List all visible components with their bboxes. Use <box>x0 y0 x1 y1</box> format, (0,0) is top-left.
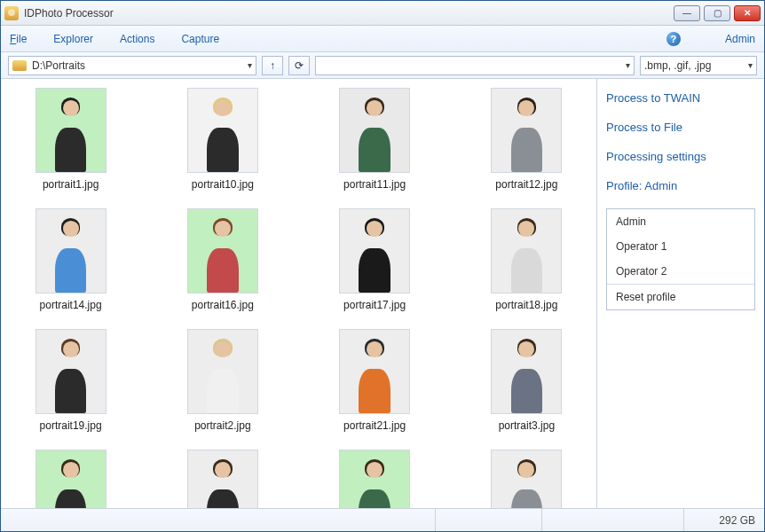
status-seg <box>1 509 436 531</box>
help-icon[interactable]: ? <box>666 32 681 46</box>
menu-explorer[interactable]: Explorer <box>53 33 93 45</box>
chevron-down-icon: ▾ <box>748 60 753 70</box>
process-twain-link[interactable]: Process to TWAIN <box>606 91 755 105</box>
sidebar: Process to TWAIN Process to File Process… <box>597 79 764 508</box>
thumb-item[interactable]: portrait12.jpg <box>464 88 589 191</box>
thumb-image <box>187 329 258 414</box>
thumb-image <box>187 450 258 508</box>
thumb-item[interactable]: portrait19.jpg <box>8 329 133 432</box>
thumb-item[interactable]: portrait6.jpg <box>312 450 438 508</box>
gallery[interactable]: portrait1.jpg portrait10.jpg portrait11.… <box>1 79 596 508</box>
thumb-image <box>339 208 410 293</box>
close-button[interactable]: ✕ <box>734 5 761 21</box>
chevron-down-icon: ▾ <box>626 60 630 70</box>
menu-admin[interactable]: Admin <box>725 33 755 45</box>
menu-actions[interactable]: Actions <box>120 33 154 45</box>
thumb-filename: portrait3.jpg <box>499 419 555 432</box>
thumb-filename: portrait12.jpg <box>495 178 557 191</box>
filter-dropdown[interactable]: .bmp, .gif, .jpg ▾ <box>640 56 757 75</box>
minimize-button[interactable]: — <box>674 5 700 21</box>
search-dropdown[interactable]: ▾ <box>315 56 635 75</box>
window-buttons: — ▢ ✕ <box>674 5 761 21</box>
thumb-image <box>491 329 562 414</box>
thumb-filename: portrait19.jpg <box>40 419 102 432</box>
thumb-image <box>491 88 562 173</box>
thumb-item[interactable]: portrait4.jpg <box>8 450 133 508</box>
profile-item[interactable]: Admin <box>607 209 754 234</box>
status-seg <box>436 509 542 531</box>
thumb-image <box>187 88 258 173</box>
window-title: IDPhoto Processor <box>24 7 674 20</box>
thumb-item[interactable]: portrait11.jpg <box>312 88 438 191</box>
thumb-grid: portrait1.jpg portrait10.jpg portrait11.… <box>8 88 589 508</box>
path-dropdown[interactable]: D:\Portraits ▾ <box>8 56 256 75</box>
thumb-filename: portrait16.jpg <box>192 299 254 311</box>
thumb-item[interactable]: portrait10.jpg <box>160 88 285 191</box>
thumb-item[interactable]: portrait17.jpg <box>312 208 438 311</box>
thumb-item[interactable]: portrait18.jpg <box>464 208 589 311</box>
status-disk: 292 GB <box>684 509 764 531</box>
thumb-filename: portrait10.jpg <box>192 178 254 191</box>
thumb-image <box>339 450 410 508</box>
thumb-filename: portrait18.jpg <box>495 299 557 311</box>
thumb-item[interactable]: portrait2.jpg <box>160 329 285 432</box>
reset-profile-item[interactable]: Reset profile <box>607 284 754 309</box>
processing-settings-link[interactable]: Processing settings <box>606 150 755 163</box>
thumb-image <box>491 208 562 293</box>
gallery-container: portrait1.jpg portrait10.jpg portrait11.… <box>1 79 597 508</box>
filter-value: .bmp, .gif, .jpg <box>644 59 745 72</box>
thumb-image <box>339 329 410 414</box>
thumb-item[interactable]: portrait14.jpg <box>8 208 133 311</box>
titlebar: IDPhoto Processor — ▢ ✕ <box>1 1 764 26</box>
app-icon <box>4 6 19 20</box>
statusbar: 292 GB <box>1 508 764 531</box>
thumb-image <box>35 208 106 293</box>
profile-item[interactable]: Operator 2 <box>607 259 754 284</box>
toolbar: D:\Portraits ▾ ↑ ⟳ ▾ .bmp, .gif, .jpg ▾ <box>1 52 764 79</box>
thumb-image <box>187 208 258 293</box>
thumb-item[interactable]: portrait7.jpg <box>464 450 589 508</box>
maximize-button[interactable]: ▢ <box>704 5 730 21</box>
refresh-button[interactable]: ⟳ <box>288 56 310 75</box>
thumb-filename: portrait1.jpg <box>43 178 99 191</box>
thumb-image <box>35 88 106 173</box>
thumb-image <box>35 450 106 508</box>
thumb-item[interactable]: portrait1.jpg <box>8 88 133 191</box>
menu-capture[interactable]: Capture <box>181 33 219 45</box>
thumb-filename: portrait17.jpg <box>343 299 406 311</box>
status-seg <box>542 509 684 531</box>
menu-file[interactable]: File <box>10 33 27 45</box>
thumb-item[interactable]: portrait21.jpg <box>312 329 438 432</box>
thumb-image <box>339 88 410 173</box>
thumb-filename: portrait14.jpg <box>40 299 102 311</box>
body: portrait1.jpg portrait10.jpg portrait11.… <box>1 79 764 508</box>
thumb-image <box>491 450 562 508</box>
up-button[interactable]: ↑ <box>262 56 283 75</box>
profile-item[interactable]: Operator 1 <box>607 234 754 259</box>
thumb-filename: portrait2.jpg <box>194 419 250 432</box>
thumb-item[interactable]: portrait3.jpg <box>464 329 589 432</box>
process-file-link[interactable]: Process to File <box>606 121 755 134</box>
chevron-down-icon: ▾ <box>248 60 252 70</box>
thumb-item[interactable]: portrait5.jpg <box>160 450 285 508</box>
menubar: File Explorer Actions Capture ? Admin <box>1 26 764 52</box>
thumb-item[interactable]: portrait16.jpg <box>160 208 285 311</box>
app-window: IDPhoto Processor — ▢ ✕ File Explorer Ac… <box>0 0 765 532</box>
folder-icon <box>12 60 27 71</box>
thumb-filename: portrait21.jpg <box>343 419 406 432</box>
thumb-filename: portrait11.jpg <box>343 178 406 191</box>
profile-list: Admin Operator 1 Operator 2 Reset profil… <box>606 208 755 310</box>
path-value: D:\Portraits <box>32 59 244 72</box>
thumb-image <box>35 329 106 414</box>
profile-label[interactable]: Profile: Admin <box>606 179 755 192</box>
